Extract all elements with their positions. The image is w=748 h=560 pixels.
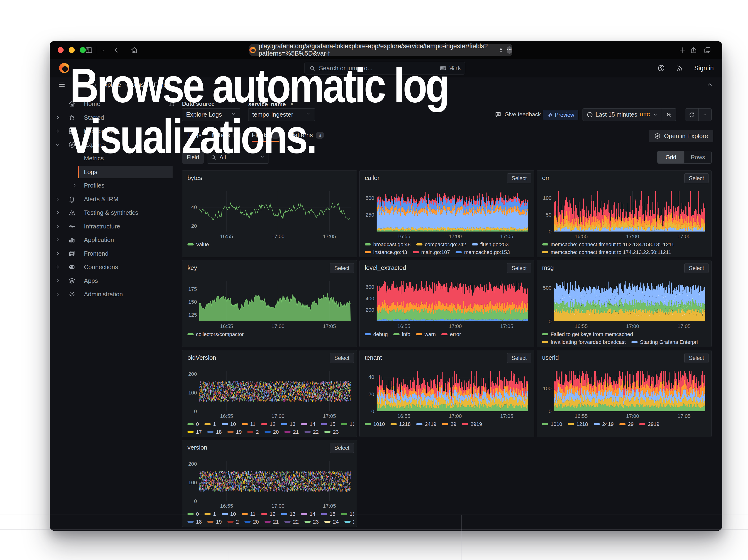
legend-item[interactable]: error — [441, 331, 461, 337]
open-in-explore-button[interactable]: Open in Explore — [649, 130, 713, 142]
legend-item[interactable]: 19 — [228, 429, 241, 435]
chevron-down-icon[interactable] — [54, 141, 61, 149]
news-icon[interactable] — [676, 64, 684, 72]
sidebar-item-starred[interactable]: Starred — [50, 111, 182, 125]
panel-chart[interactable] — [377, 191, 528, 232]
traffic-lights[interactable] — [58, 47, 86, 53]
legend-item[interactable]: warn — [416, 331, 436, 337]
give-feedback-button[interactable]: Give feedback — [495, 111, 541, 118]
legend-item[interactable]: 18 — [207, 429, 221, 435]
legend-item[interactable]: 1010 — [542, 421, 562, 427]
chevron-right-icon[interactable] — [54, 114, 61, 122]
legend-item[interactable]: 1218 — [391, 421, 411, 427]
breadcrumb-item[interactable]: Logs — [131, 81, 144, 89]
legend-item[interactable]: collectors/compactor — [187, 331, 244, 337]
chevron-right-icon[interactable] — [54, 196, 61, 203]
legend-item[interactable]: 11 — [241, 421, 256, 427]
help-icon[interactable] — [657, 64, 665, 72]
chevron-right-icon[interactable] — [54, 209, 61, 217]
legend-item[interactable]: 16 — [341, 421, 354, 427]
search-input[interactable]: Search or jump to... ⌘+k — [304, 62, 465, 74]
sidebar-item-dashboards[interactable]: Dashboards — [50, 124, 182, 138]
panel-chart[interactable] — [554, 281, 705, 321]
legend-item[interactable]: instance.go:43 — [365, 249, 407, 255]
legend-item[interactable]: 0 — [187, 511, 199, 517]
tab-logs[interactable]: Logs — [188, 132, 202, 144]
legend-item[interactable]: memcache: connect timeout to 162.134.158… — [542, 241, 674, 248]
legend-item[interactable]: 14 — [301, 421, 315, 427]
panel-chart[interactable] — [199, 191, 351, 232]
chevron-right-icon[interactable] — [54, 264, 61, 271]
legend-item[interactable]: 15 — [321, 421, 335, 427]
legend-item[interactable]: broadcast.go:48 — [365, 241, 411, 248]
remove-filter-icon[interactable]: × — [290, 100, 294, 108]
refresh-interval-button[interactable] — [699, 109, 711, 121]
breadcrumb-item[interactable]: Home — [74, 81, 91, 89]
tab-labels[interactable]: Labels — [212, 132, 241, 144]
menu-icon[interactable] — [58, 80, 66, 90]
panel-select-button[interactable]: Select — [684, 263, 708, 273]
legend-item[interactable]: 2419 — [416, 421, 437, 427]
legend-item[interactable]: 25 — [345, 519, 354, 525]
breadcrumb[interactable]: Home›Explore›Logs›Fields — [74, 81, 170, 89]
legend-item[interactable]: 13 — [281, 421, 295, 427]
chevron-right-icon[interactable] — [54, 277, 61, 285]
breadcrumb-item[interactable]: Fields — [154, 81, 170, 89]
panel-chart[interactable] — [199, 461, 351, 501]
sidebar-item-explore[interactable]: Explore — [50, 138, 182, 152]
legend-item[interactable]: 19 — [207, 519, 221, 525]
legend-item[interactable]: 2 — [228, 519, 239, 525]
panel-select-button[interactable]: Select — [507, 173, 531, 183]
sidebar-item-metrics[interactable]: Metrics — [50, 151, 182, 165]
panel-chart[interactable] — [554, 191, 705, 232]
view-toggle-grid[interactable]: Grid — [657, 151, 684, 163]
sidebar-item-home[interactable]: Home — [50, 97, 182, 111]
sidebar-item-testing-synthetics[interactable]: k6Testing & synthetics — [50, 206, 182, 220]
close-window-button[interactable] — [58, 47, 64, 53]
preview-badge[interactable]: Preview — [543, 110, 578, 120]
panel-chart[interactable] — [554, 371, 705, 411]
sign-in-link[interactable]: Sign in — [694, 65, 714, 72]
legend-item[interactable]: Starting Grafana Enterpri — [631, 339, 698, 345]
panel-select-button[interactable]: Select — [507, 263, 531, 273]
chevron-right-icon[interactable] — [54, 223, 61, 231]
data-source-select[interactable]: Explore Logs — [182, 108, 240, 121]
legend-item[interactable]: compactor.go:242 — [416, 241, 466, 248]
legend-item[interactable]: Invalidating forwarded broadcast — [542, 339, 626, 345]
legend-item[interactable]: 18 — [187, 519, 202, 525]
legend-item[interactable]: 15 — [321, 511, 335, 517]
legend-item[interactable]: 16 — [341, 511, 354, 517]
legend-item[interactable]: memcached.go:153 — [455, 249, 510, 255]
panel-chart[interactable] — [377, 371, 528, 411]
legend-item[interactable]: 2419 — [593, 421, 614, 427]
new-tab-icon[interactable] — [678, 46, 686, 55]
sidebar-item-apps[interactable]: Apps — [50, 274, 182, 288]
legend-item[interactable]: 2919 — [639, 421, 659, 427]
sidebar-item-infrastructure[interactable]: Infrastructure — [50, 220, 182, 233]
sidebar-item-frontend[interactable]: Frontend — [50, 247, 182, 261]
legend-item[interactable]: 11 — [241, 511, 256, 517]
legend-item[interactable]: 20 — [264, 429, 279, 435]
chevron-right-icon[interactable] — [54, 291, 61, 299]
back-icon[interactable] — [112, 46, 121, 55]
ellipsis-icon[interactable]: ••• — [507, 46, 512, 54]
grafana-logo[interactable] — [59, 63, 69, 73]
view-toggle-rows[interactable]: Rows — [684, 151, 711, 163]
sidebar-item-administration[interactable]: Administration — [50, 287, 182, 301]
tab-patterns[interactable]: Patterns8 — [290, 132, 324, 144]
panel-chart[interactable] — [199, 281, 351, 321]
field-search-select[interactable]: All — [207, 151, 269, 164]
chevron-right-icon[interactable] — [54, 250, 61, 258]
share-icon[interactable] — [689, 46, 698, 55]
minimize-window-button[interactable] — [69, 47, 75, 53]
panel-select-button[interactable]: Select — [330, 443, 354, 453]
legend-item[interactable]: 20 — [244, 519, 259, 525]
sidebar-item-connections[interactable]: Connections — [50, 260, 182, 274]
sidebar-item-logs[interactable]: Logs — [50, 165, 182, 179]
sidebar-item-profiles[interactable]: Profiles — [50, 179, 182, 192]
dock-sidebar-icon[interactable] — [168, 100, 175, 108]
legend-item[interactable]: 1 — [205, 421, 216, 427]
sidebar-item-application[interactable]: Application — [50, 233, 182, 247]
panel-chart[interactable] — [199, 371, 351, 411]
legend-item[interactable]: 23 — [324, 429, 338, 435]
